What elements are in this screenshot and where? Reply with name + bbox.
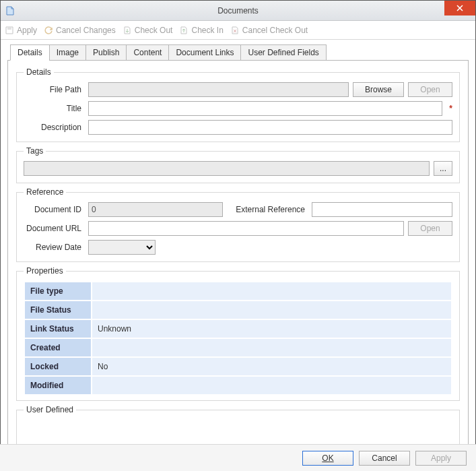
toolbar-cancel-changes[interactable]: Cancel Changes bbox=[44, 26, 116, 35]
tab-image[interactable]: Image bbox=[49, 44, 86, 61]
external-reference-label: External Reference bbox=[227, 205, 308, 214]
toolbar-check-in-label: Check In bbox=[191, 26, 223, 35]
prop-key: Link Status bbox=[24, 319, 92, 338]
table-row: Created bbox=[24, 338, 452, 357]
toolbar: Apply Cancel Changes Check Out Check In … bbox=[1, 21, 475, 40]
table-row: Modified bbox=[24, 376, 452, 395]
prop-key: File type bbox=[24, 282, 92, 301]
table-row: File Status bbox=[24, 301, 452, 319]
toolbar-cancel-check-out[interactable]: Cancel Check Out bbox=[230, 26, 308, 35]
dialog-footer: OK Cancel Apply bbox=[0, 444, 476, 471]
group-properties: Properties File type File Status Link St… bbox=[16, 266, 460, 401]
group-tags-legend: Tags bbox=[24, 146, 46, 156]
description-label: Description bbox=[24, 123, 84, 132]
tab-details[interactable]: Details bbox=[10, 44, 50, 61]
tab-content[interactable]: Content bbox=[126, 44, 169, 61]
review-date-label: Review Date bbox=[24, 243, 84, 252]
prop-value bbox=[92, 282, 452, 301]
table-row: LockedNo bbox=[24, 357, 452, 376]
group-details-legend: Details bbox=[24, 67, 54, 77]
prop-value: Unknown bbox=[92, 319, 452, 338]
file-path-label: File Path bbox=[24, 85, 84, 94]
tags-input bbox=[24, 161, 430, 176]
table-row: File type bbox=[24, 282, 452, 301]
document-id-label: Document ID bbox=[24, 205, 84, 214]
group-reference: Reference Document ID External Reference… bbox=[16, 187, 460, 262]
apply-button: Apply bbox=[415, 451, 467, 466]
document-url-input[interactable] bbox=[88, 221, 404, 236]
tab-strip: Details Image Publish Content Document L… bbox=[10, 44, 469, 60]
toolbar-cancel-changes-label: Cancel Changes bbox=[56, 26, 116, 35]
tab-publish[interactable]: Publish bbox=[86, 44, 127, 61]
window-title: Documents bbox=[1, 6, 475, 15]
group-user-defined: User Defined bbox=[16, 405, 460, 445]
title-required-icon: * bbox=[449, 104, 452, 113]
table-row: Link StatusUnknown bbox=[24, 319, 452, 338]
titlebar: Documents bbox=[1, 1, 475, 21]
toolbar-apply-label: Apply bbox=[17, 26, 37, 35]
browse-button[interactable]: Browse bbox=[353, 82, 404, 97]
properties-table: File type File Status Link StatusUnknown… bbox=[24, 281, 452, 396]
group-reference-legend: Reference bbox=[24, 187, 66, 197]
open-url-button: Open bbox=[408, 221, 452, 236]
toolbar-cancel-check-out-label: Cancel Check Out bbox=[242, 26, 308, 35]
tags-picker-button[interactable]: ... bbox=[434, 161, 452, 176]
group-user-defined-legend: User Defined bbox=[24, 405, 76, 414]
group-properties-legend: Properties bbox=[24, 266, 66, 276]
prop-key: Modified bbox=[24, 376, 92, 395]
group-tags: Tags ... bbox=[16, 146, 460, 183]
prop-value: No bbox=[92, 357, 452, 376]
review-date-select[interactable] bbox=[88, 240, 156, 255]
toolbar-check-out[interactable]: Check Out bbox=[123, 26, 173, 35]
prop-value bbox=[92, 338, 452, 357]
ok-button[interactable]: OK bbox=[302, 451, 353, 466]
toolbar-apply[interactable]: Apply bbox=[5, 26, 37, 35]
file-path-input bbox=[88, 82, 349, 97]
tab-document-links[interactable]: Document Links bbox=[168, 44, 241, 61]
toolbar-check-in[interactable]: Check In bbox=[179, 26, 223, 35]
group-details: Details File Path Browse Open Title * De… bbox=[16, 67, 460, 142]
toolbar-check-out-label: Check Out bbox=[135, 26, 173, 35]
document-url-label: Document URL bbox=[24, 224, 84, 233]
tab-user-defined-fields[interactable]: User Defined Fields bbox=[240, 44, 326, 61]
external-reference-input[interactable] bbox=[312, 202, 452, 217]
description-input[interactable] bbox=[88, 120, 452, 135]
prop-value bbox=[92, 301, 452, 319]
prop-value bbox=[92, 376, 452, 395]
title-label: Title bbox=[24, 104, 84, 113]
document-id-input bbox=[88, 202, 223, 217]
open-file-button: Open bbox=[408, 82, 452, 97]
cancel-button[interactable]: Cancel bbox=[359, 451, 410, 466]
title-input[interactable] bbox=[88, 101, 442, 116]
prop-key: Locked bbox=[24, 357, 92, 376]
prop-key: Created bbox=[24, 338, 92, 357]
prop-key: File Status bbox=[24, 301, 92, 319]
